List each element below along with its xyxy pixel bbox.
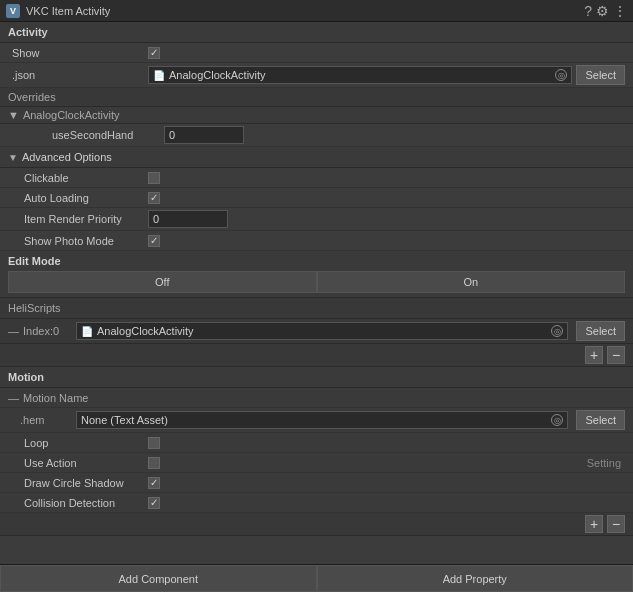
title-bar-title: VKC Item Activity — [26, 5, 584, 17]
activity-section-header: Activity — [0, 22, 633, 43]
item-render-priority-input[interactable] — [148, 210, 228, 228]
json-select-button[interactable]: Select — [576, 65, 625, 85]
edit-mode-header: Edit Mode — [0, 251, 633, 271]
motion-add-remove-row: + − — [0, 513, 633, 536]
hem-row: .hem None (Text Asset) ◎ Select — [0, 408, 633, 433]
hem-label: .hem — [8, 414, 68, 426]
draw-circle-shadow-row: Draw Circle Shadow — [0, 473, 633, 493]
show-checkbox[interactable] — [148, 47, 160, 59]
heliscripts-add-button[interactable]: + — [585, 346, 603, 364]
motion-name-label: Motion Name — [23, 392, 88, 404]
motion-name-row: — Motion Name — [0, 388, 633, 408]
loop-label: Loop — [8, 437, 148, 449]
use-action-row: Use Action Setting — [0, 453, 633, 473]
json-file-icon: 📄 — [153, 70, 165, 81]
item-render-priority-label: Item Render Priority — [8, 213, 148, 225]
advanced-toggle-arrow: ▼ — [8, 152, 18, 163]
analog-clock-activity-group: ▼ AnalogClockActivity — [0, 107, 633, 124]
show-photo-mode-label: Show Photo Mode — [8, 235, 148, 247]
edit-mode-on[interactable]: On — [317, 271, 626, 293]
json-target-icon[interactable]: ◎ — [555, 69, 567, 81]
use-action-label: Use Action — [8, 457, 148, 469]
auto-loading-row: Auto Loading — [0, 188, 633, 208]
question-icon[interactable]: ? — [584, 3, 592, 19]
heliscripts-header: HeliScripts — [0, 298, 633, 319]
clickable-checkbox[interactable] — [148, 172, 160, 184]
title-bar-icon: V — [6, 4, 20, 18]
object-name: AnalogClockActivity — [23, 109, 120, 121]
advanced-options-label: Advanced Options — [22, 151, 112, 163]
motion-name-dash: — — [8, 392, 19, 404]
settings-icon[interactable]: ⚙ — [596, 3, 609, 19]
motion-section: Motion — Motion Name .hem None (Text Ass… — [0, 367, 633, 536]
loop-row: Loop — [0, 433, 633, 453]
auto-loading-label: Auto Loading — [8, 192, 148, 204]
hem-target-icon[interactable]: ◎ — [551, 414, 563, 426]
collapse-icon[interactable]: ▼ — [8, 109, 19, 121]
draw-circle-shadow-checkbox[interactable] — [148, 477, 160, 489]
show-photo-mode-row: Show Photo Mode — [0, 231, 633, 251]
heliscripts-section: HeliScripts — Index:0 📄 AnalogClockActiv… — [0, 298, 633, 367]
show-photo-mode-checkbox[interactable] — [148, 235, 160, 247]
heliscript-file-icon: 📄 — [81, 326, 93, 337]
heliscript-value: AnalogClockActivity — [97, 325, 547, 337]
index-label: Index:0 — [23, 325, 59, 337]
collision-detection-label: Collision Detection — [8, 497, 148, 509]
heliscripts-add-remove-row: + − — [0, 344, 633, 367]
use-second-hand-row: useSecondHand — [0, 124, 633, 147]
draw-circle-shadow-label: Draw Circle Shadow — [8, 477, 148, 489]
hem-select-button[interactable]: Select — [576, 410, 625, 430]
heliscripts-label: HeliScripts — [8, 302, 61, 314]
use-second-hand-input[interactable] — [164, 126, 244, 144]
overflow-icon[interactable]: ⋮ — [613, 3, 627, 19]
add-component-button[interactable]: Add Component — [0, 565, 317, 592]
clickable-row: Clickable — [0, 168, 633, 188]
collision-detection-checkbox[interactable] — [148, 497, 160, 509]
json-label: .json — [8, 69, 148, 81]
heliscripts-remove-button[interactable]: − — [607, 346, 625, 364]
motion-header: Motion — [0, 367, 633, 388]
use-action-checkbox[interactable] — [148, 457, 160, 469]
add-property-button[interactable]: Add Property — [317, 565, 634, 592]
motion-add-button[interactable]: + — [585, 515, 603, 533]
motion-remove-button[interactable]: − — [607, 515, 625, 533]
overrides-section: Overrides — [0, 88, 633, 107]
json-row: .json 📄 AnalogClockActivity ◎ Select — [0, 63, 633, 88]
advanced-options-header[interactable]: ▼ Advanced Options — [0, 147, 633, 168]
use-action-setting-button[interactable]: Setting — [583, 457, 625, 469]
clickable-label: Clickable — [8, 172, 148, 184]
heliscript-target-icon[interactable]: ◎ — [551, 325, 563, 337]
bottom-bar: Add Component Add Property — [0, 564, 633, 592]
show-label: Show — [8, 47, 148, 59]
edit-mode-section: Edit Mode Off On — [0, 251, 633, 298]
json-value: AnalogClockActivity — [169, 69, 551, 81]
show-row: Show — [0, 43, 633, 63]
loop-checkbox[interactable] — [148, 437, 160, 449]
item-render-priority-row: Item Render Priority — [0, 208, 633, 231]
index-dash: — — [8, 325, 19, 337]
edit-mode-off[interactable]: Off — [8, 271, 317, 293]
auto-loading-checkbox[interactable] — [148, 192, 160, 204]
heliscripts-index-row: — Index:0 📄 AnalogClockActivity ◎ Select — [0, 319, 633, 344]
heliscript-select-button[interactable]: Select — [576, 321, 625, 341]
use-second-hand-label: useSecondHand — [24, 129, 164, 141]
title-bar: V VKC Item Activity ? ⚙ ⋮ — [0, 0, 633, 22]
collision-detection-row: Collision Detection — [0, 493, 633, 513]
hem-value: None (Text Asset) — [81, 414, 547, 426]
